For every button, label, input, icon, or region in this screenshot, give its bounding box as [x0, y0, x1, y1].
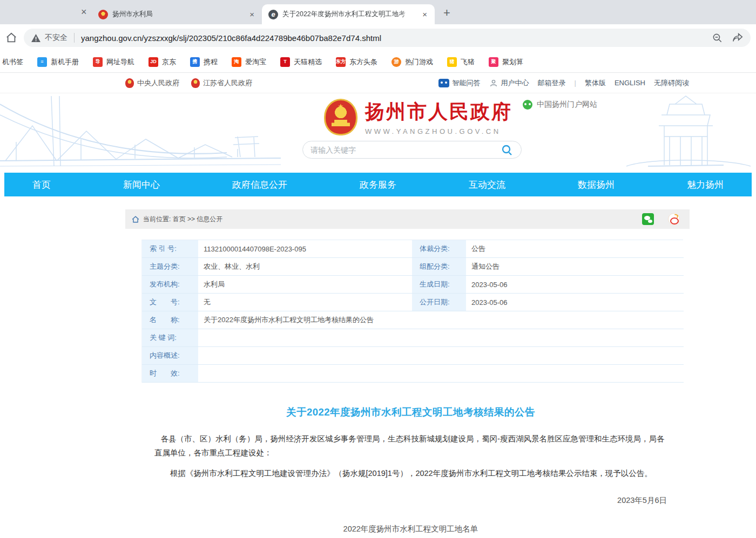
bookmark-aitaobao[interactable]: 淘 爱淘宝	[232, 57, 266, 67]
tmall-icon: T	[280, 57, 290, 67]
taobao-icon: 淘	[232, 57, 241, 67]
meta-label: 生成日期:	[412, 276, 466, 294]
search-input[interactable]	[310, 146, 501, 154]
nav-news[interactable]: 新闻中心	[118, 179, 165, 191]
meta-label: 组配分类:	[412, 258, 466, 276]
zoom-out-icon[interactable]	[712, 33, 723, 43]
manual-icon: ≡	[37, 57, 47, 67]
article-paragraph: 各县（市、区）水利（务）局，扬州经济开发区城乡事务管理局，生态科技新城规划建设局…	[154, 432, 667, 460]
meta-value: 农业、林业、水利	[198, 258, 412, 276]
gov-emblem-icon	[125, 78, 134, 88]
meta-value: 水利局	[198, 276, 412, 294]
nav-data[interactable]: 数据扬州	[572, 179, 620, 191]
bookmark-ctrip[interactable]: 携 携程	[190, 57, 218, 67]
user-center-link[interactable]: 用户中心	[489, 78, 529, 88]
divider	[74, 33, 75, 43]
games-icon: 游	[392, 57, 401, 67]
meta-value: 2023-05-06	[466, 276, 684, 294]
url-field[interactable]: 不安全 yangzhou.gov.cn/yzszxxgk/slj/202305/…	[24, 29, 751, 47]
smart-qa-link[interactable]: 智能问答	[438, 78, 481, 88]
meta-label: 时 效:	[142, 365, 198, 383]
breadcrumb: 当前位置: 首页 >> 信息公开	[125, 209, 690, 229]
nav-site-icon: 导	[93, 57, 103, 67]
meta-label: 名 称:	[142, 311, 198, 329]
bookmark-jd[interactable]: JD 京东	[148, 57, 176, 67]
meta-label: 文 号:	[142, 294, 198, 311]
meta-label: 公开日期:	[412, 294, 466, 311]
bookmark-juhuasuan[interactable]: 聚 聚划算	[489, 57, 523, 67]
home-icon[interactable]	[132, 216, 139, 223]
search-icon[interactable]	[501, 144, 514, 156]
site-search	[302, 141, 522, 159]
bookmark-dongfangtoutiao[interactable]: 东方 东方头条	[336, 57, 377, 67]
nav-gov-info[interactable]: 政府信息公开	[227, 179, 293, 191]
person-icon	[489, 79, 498, 87]
bookmark-xinjishouce[interactable]: ≡ 新机手册	[37, 57, 79, 67]
nav-interaction[interactable]: 互动交流	[463, 179, 511, 191]
traditional-chinese-link[interactable]: 繁体版	[585, 78, 606, 88]
mail-login-link[interactable]: 邮箱登录	[538, 78, 566, 88]
gov-emblem-icon	[191, 78, 200, 88]
close-icon[interactable]: ×	[248, 10, 255, 19]
bookmark-wangzhidaohang[interactable]: 导 网址导航	[93, 57, 134, 67]
tab-strip: × ★ 扬州市水利局 × e 关于2022年度扬州市水利工程文明工地考 × +	[0, 0, 756, 24]
weibo-share-icon[interactable]	[668, 213, 680, 225]
home-icon[interactable]	[5, 32, 17, 44]
site-favicon-icon: e	[268, 10, 278, 19]
portal-badge-icon	[523, 100, 532, 110]
portal-tag[interactable]: 中国扬州门户网站	[523, 100, 597, 110]
meta-value: 无	[198, 294, 412, 311]
site-logo[interactable]: 扬州市人民政府 WWW.YANGZHOU.GOV.CN	[324, 99, 512, 135]
breadcrumb-text[interactable]: 当前位置: 首页 >> 信息公开	[143, 215, 222, 224]
article-title: 关于2022年度扬州市水利工程文明工地考核结果的公告	[154, 405, 667, 419]
meta-value	[198, 365, 684, 383]
meta-value	[198, 347, 684, 365]
wechat-share-icon[interactable]	[642, 213, 654, 225]
browser-tab-active[interactable]: e 关于2022年度扬州市水利工程文明工地考 ×	[262, 4, 435, 24]
bookmark-tmall[interactable]: T 天猫精选	[280, 57, 322, 67]
share-icon[interactable]	[732, 33, 743, 43]
jiangsu-gov-link[interactable]: 江苏省人民政府	[191, 78, 252, 88]
list-title: 2022年度扬州市水利工程文明工地名单	[154, 524, 667, 534]
document-meta-table: 索 引 号: 11321000014407098E-2023-095 体裁分类:…	[141, 240, 683, 383]
fliggy-icon: 猪	[447, 57, 457, 67]
ctrip-icon: 携	[190, 57, 200, 67]
meta-label: 发布机构:	[142, 276, 198, 294]
central-gov-link[interactable]: 中央人民政府	[125, 78, 179, 88]
article-date: 2023年5月6日	[154, 495, 667, 506]
gov-emblem-favicon-icon: ★	[98, 10, 108, 19]
not-secure-warning-icon[interactable]	[31, 34, 40, 42]
browser-tab-shuiliju[interactable]: ★ 扬州市水利局 ×	[92, 4, 262, 24]
meta-value: 公告	[466, 240, 684, 258]
meta-label: 主题分类:	[142, 258, 198, 276]
site-url-caption: WWW.YANGZHOU.GOV.CN	[365, 127, 512, 135]
close-icon[interactable]: ×	[81, 6, 87, 18]
article: 关于2022年度扬州市水利工程文明工地考核结果的公告 各县（市、区）水利（务）局…	[125, 405, 690, 534]
nav-home[interactable]: 首页	[27, 179, 56, 191]
site-title: 扬州市人民政府	[365, 99, 512, 125]
meta-label: 体裁分类:	[412, 240, 466, 258]
close-icon[interactable]: ×	[421, 10, 428, 19]
main-nav: 首页 新闻中心 政府信息公开 政务服务 互动交流 数据扬州 魅力扬州	[4, 173, 752, 196]
accessibility-link[interactable]: 无障碍阅读	[654, 78, 689, 88]
bookmark-remenyouxi[interactable]: 游 热门游戏	[392, 57, 433, 67]
new-tab-button[interactable]: +	[443, 6, 450, 20]
bookmark-jishuqian[interactable]: 机书签	[2, 57, 23, 67]
robot-icon	[438, 79, 449, 87]
nav-services[interactable]: 政务服务	[354, 179, 402, 191]
bridge-artwork	[0, 93, 281, 173]
utility-bar: 中央人民政府 江苏省人民政府 智能问答 用户中心 邮箱登录 | 繁体版 ENGL…	[0, 73, 756, 93]
bookmark-fliggy[interactable]: 猪 飞猪	[447, 57, 475, 67]
tab-title: 扬州市水利局	[112, 10, 244, 19]
meta-label: 关 键 词:	[142, 329, 198, 347]
tab-title: 关于2022年度扬州市水利工程文明工地考	[282, 10, 417, 19]
eastday-icon: 东方	[336, 57, 346, 67]
nav-charm[interactable]: 魅力扬州	[681, 179, 729, 191]
address-bar: 不安全 yangzhou.gov.cn/yzszxxgk/slj/202305/…	[0, 24, 756, 51]
meta-value: 关于2022年度扬州市水利工程文明工地考核结果的公告	[198, 311, 684, 329]
english-link[interactable]: ENGLISH	[615, 79, 645, 87]
meta-value: 通知公告	[466, 258, 684, 276]
national-emblem-icon	[324, 99, 357, 135]
security-label: 不安全	[45, 33, 68, 43]
page-content: 当前位置: 首页 >> 信息公开 索 引 号: 1132100001440709…	[125, 209, 690, 534]
